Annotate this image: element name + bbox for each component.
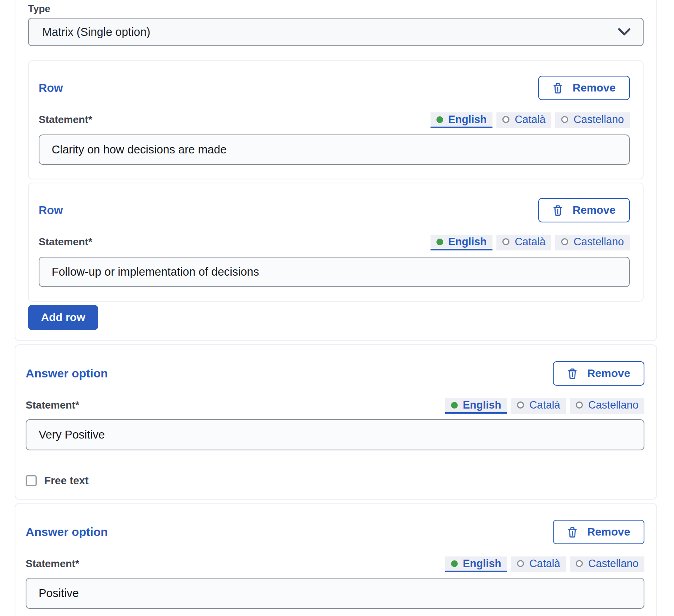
type-label: Type [28,3,644,15]
remove-row-button[interactable]: Remove [538,198,630,222]
remove-button-label: Remove [573,204,616,217]
trash-icon [567,368,578,379]
unselected-language-radio-icon [502,116,509,123]
answer-option-statement-input[interactable] [26,419,644,450]
language-tab-castellano[interactable]: Castellano [555,235,630,250]
remove-button-label: Remove [587,367,630,380]
language-tab-catala[interactable]: Català [511,556,566,572]
row-statement-input[interactable] [39,134,630,165]
answer-option-title: Answer option [26,367,108,380]
language-tab-label: Castellano [573,236,624,248]
row-title: Row [39,82,63,95]
language-tab-label: Castellano [588,558,638,570]
remove-row-button[interactable]: Remove [538,76,630,100]
question-card: Type Matrix (Single option) Row Remove S… [15,0,657,341]
language-tab-catala[interactable]: Català [496,235,551,250]
language-tab-castellano[interactable]: Castellano [570,398,644,414]
unselected-language-radio-icon [517,401,524,409]
remove-button-label: Remove [573,82,616,94]
answer-option-card: Answer option Remove Statement* English … [15,344,657,500]
free-text-label: Free text [44,475,89,487]
row-card-header: Row Remove [39,75,630,101]
language-tab-label: Català [515,236,545,248]
remove-answer-option-button[interactable]: Remove [553,361,644,386]
language-selector: English Català Castellano [431,235,630,250]
language-selector: English Català Castellano [431,112,630,128]
language-tab-label: Català [529,558,560,570]
language-tab-english[interactable]: English [445,556,507,572]
statement-row: Statement* English Català Castellano [39,112,630,128]
row-card: Row Remove Statement* English [28,60,644,179]
answer-option-header: Answer option Remove [26,519,644,545]
question-editor: Type Matrix (Single option) Row Remove S… [15,0,657,616]
statement-label: Statement* [39,114,92,128]
language-tab-label: Català [515,114,545,126]
language-tab-english[interactable]: English [431,235,493,250]
language-tab-catala[interactable]: Català [496,112,551,128]
selected-language-dot-icon [451,402,458,409]
unselected-language-radio-icon [561,116,568,123]
unselected-language-radio-icon [576,401,583,409]
remove-button-label: Remove [587,526,630,538]
unselected-language-radio-icon [576,560,583,567]
trash-icon [552,82,563,94]
free-text-row: Free text [26,475,644,487]
selected-language-dot-icon [451,560,458,567]
row-card-header: Row Remove [39,198,630,223]
add-row-button[interactable]: Add row [28,305,98,330]
type-select-value: Matrix (Single option) [42,26,150,39]
language-selector: English Català Castellano [445,556,644,572]
language-tab-castellano[interactable]: Castellano [570,556,644,572]
answer-option-header: Answer option Remove [26,361,644,386]
answer-option-title: Answer option [26,525,108,539]
statement-row: Statement* English Català Castellano [39,235,630,250]
language-tab-castellano[interactable]: Castellano [555,112,630,128]
trash-icon [552,205,563,216]
selected-language-dot-icon [436,239,443,245]
row-card: Row Remove Statement* English [28,183,644,302]
statement-row: Statement* English Català Castellano [26,398,644,414]
language-tab-label: English [448,236,487,248]
language-tab-english[interactable]: English [445,398,507,414]
type-select[interactable]: Matrix (Single option) [28,18,644,46]
statement-label: Statement* [26,558,79,572]
language-tab-label: English [463,558,502,570]
statement-label: Statement* [26,399,79,414]
selected-language-dot-icon [436,116,443,123]
unselected-language-radio-icon [517,560,524,567]
language-tab-label: English [463,399,502,411]
statement-label: Statement* [39,236,92,250]
free-text-checkbox[interactable] [26,475,37,486]
unselected-language-radio-icon [561,238,568,245]
remove-answer-option-button[interactable]: Remove [553,520,644,544]
answer-option-card: Answer option Remove Statement* English … [15,503,657,616]
language-tab-label: Castellano [573,114,624,126]
statement-row: Statement* English Català Castellano [26,556,644,572]
answer-option-statement-input[interactable] [26,578,644,609]
language-tab-label: Català [529,399,560,411]
language-selector: English Català Castellano [445,398,644,414]
language-tab-catala[interactable]: Català [511,398,566,414]
language-tab-label: Castellano [588,399,638,411]
language-tab-label: English [448,114,487,126]
chevron-down-icon [618,28,631,36]
trash-icon [567,526,578,538]
row-title: Row [39,204,63,217]
language-tab-english[interactable]: English [431,112,493,128]
unselected-language-radio-icon [502,238,509,245]
row-statement-input[interactable] [39,257,630,287]
